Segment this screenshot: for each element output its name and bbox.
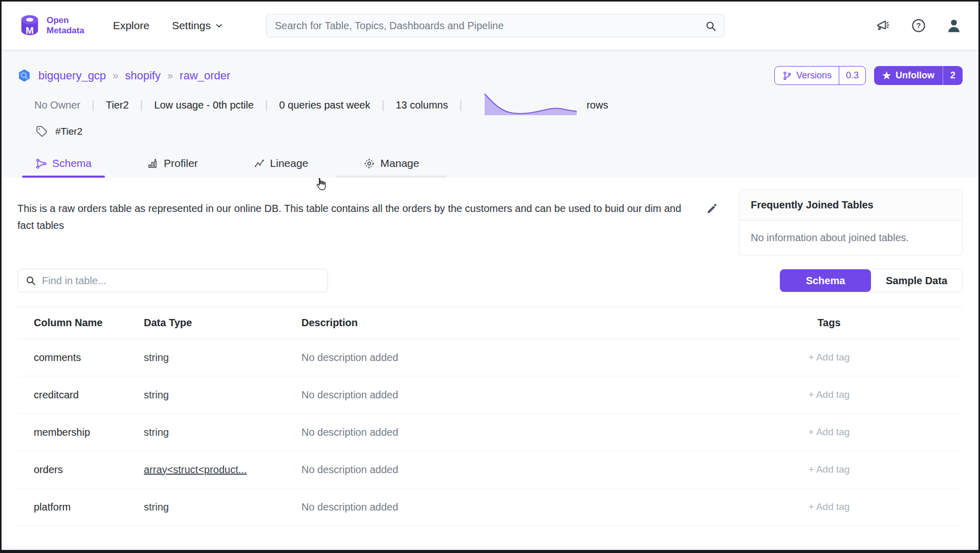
rows-label: rows [586, 99, 608, 111]
breadcrumb-database[interactable]: shopify [125, 69, 161, 82]
search-icon [25, 275, 36, 286]
search-icon[interactable] [705, 20, 717, 32]
schema-table: Column Name Data Type Description Tags c… [17, 307, 963, 539]
unfollow-label: Unfollow [896, 70, 934, 81]
entity-stats-row: No Owner| Tier2| Low usage - 0th pctile|… [34, 92, 978, 118]
table-row: comments string No description added + A… [17, 339, 963, 376]
stat-divider: | [140, 98, 143, 112]
stat-divider: | [92, 98, 95, 112]
cell-data-type: string [144, 427, 301, 438]
add-tag-button[interactable]: + Add tag [736, 427, 963, 438]
openmetadata-logo[interactable]: M Open Metadata [18, 14, 84, 37]
table-row: creditcard string No description added +… [17, 376, 963, 414]
tab-manage[interactable]: Manage [350, 154, 432, 178]
svg-text:?: ? [917, 22, 921, 30]
stat-item: 13 columns [396, 99, 448, 111]
stat-divider: | [459, 98, 462, 112]
header-data-type: Data Type [144, 317, 301, 329]
description-block: This is a raw orders table as represente… [17, 200, 744, 234]
schema-table-header: Column Name Data Type Description Tags [17, 307, 963, 339]
find-in-table [17, 269, 328, 292]
branch-icon [782, 71, 792, 81]
cell-column-name: membership [17, 427, 144, 438]
find-in-table-input[interactable] [42, 275, 320, 287]
add-tag-button[interactable]: + Add tag [736, 389, 963, 400]
cell-data-type[interactable]: array<struct<product... [144, 464, 301, 476]
announcements-icon[interactable] [876, 18, 891, 33]
cell-description: No description added [301, 464, 736, 476]
add-tag-button[interactable]: + Add tag [736, 352, 963, 363]
profiler-icon [147, 158, 159, 169]
add-tag-button[interactable]: + Add tag [736, 501, 963, 513]
top-navbar: M Open Metadata Explore Settings [2, 2, 978, 50]
breadcrumb-table[interactable]: raw_order [180, 69, 230, 82]
entity-tabs: Schema Profiler Lineage Manage [2, 154, 978, 178]
table-row: orders array<struct<product... No descri… [17, 451, 963, 488]
cell-data-type: string [144, 389, 301, 401]
frequently-joined-tables-card: Frequently Joined Tables No information … [739, 189, 963, 256]
table-row: platform string No description added + A… [17, 488, 963, 526]
schema-table-body: comments string No description added + A… [17, 339, 963, 526]
schema-panel: This is a raw orders table as represente… [2, 178, 978, 546]
manage-icon [363, 158, 375, 169]
stat-divider: | [265, 98, 268, 112]
chevron-down-icon [215, 22, 223, 30]
tab-schema[interactable]: Schema [22, 154, 105, 178]
cell-column-name: orders [17, 464, 144, 476]
svg-text:M: M [26, 25, 34, 36]
global-search [266, 14, 725, 37]
lineage-icon [253, 158, 265, 169]
followers-count: 2 [943, 66, 963, 85]
cell-description: No description added [301, 501, 736, 513]
user-avatar[interactable] [946, 17, 962, 34]
stat-item: Low usage - 0th pctile [154, 99, 254, 111]
edit-description-icon[interactable] [706, 202, 718, 216]
toggle-schema[interactable]: Schema [780, 269, 871, 292]
stat-divider: | [381, 98, 384, 112]
mouse-cursor-icon [315, 177, 329, 191]
table-row: membership string No description added +… [17, 414, 963, 451]
joined-tables-empty-message: No information about joined tables. [739, 221, 962, 255]
tag-icon [35, 125, 48, 138]
entity-tags-row: #Tier2 [35, 125, 978, 138]
table-description: This is a raw orders table as represente… [17, 200, 693, 234]
logo-wordmark: Open Metadata [47, 15, 84, 35]
cell-column-name: platform [17, 501, 144, 513]
navbar-right-icons: ? [876, 17, 962, 34]
header-column-name: Column Name [17, 317, 144, 329]
header-description: Description [301, 317, 736, 329]
stat-item: Tier2 [106, 99, 129, 111]
tier-tag[interactable]: #Tier2 [55, 126, 82, 137]
table-controls-row: Schema Sample Data [17, 269, 963, 292]
cell-description: No description added [301, 352, 736, 364]
bigquery-service-icon [17, 69, 31, 82]
help-icon[interactable]: ? [911, 18, 926, 33]
versions-label: Versions [796, 70, 832, 81]
breadcrumb-separator: » [167, 70, 173, 81]
cell-description: No description added [301, 427, 736, 438]
add-tag-button[interactable]: + Add tag [736, 464, 963, 475]
stat-item: 0 queries past week [279, 99, 371, 111]
breadcrumb-separator: » [113, 70, 118, 81]
schema-sample-toggle: Schema Sample Data [779, 269, 963, 292]
breadcrumb-row: bigquery_gcp » shopify » raw_order Versi… [2, 66, 978, 85]
unfollow-button[interactable]: ★ Unfollow 2 [874, 66, 963, 85]
schema-icon [35, 158, 47, 169]
toggle-sample-data[interactable]: Sample Data [871, 269, 962, 292]
entity-actions: Versions 0.3 ★ Unfollow 2 [774, 66, 963, 85]
joined-tables-title: Frequently Joined Tables [739, 190, 962, 221]
cell-description: No description added [301, 389, 736, 401]
nav-item-explore[interactable]: Explore [113, 19, 149, 32]
cell-data-type: string [144, 352, 301, 364]
star-icon: ★ [882, 71, 891, 80]
partial-row [17, 526, 963, 539]
versions-button[interactable]: Versions 0.3 [774, 66, 866, 85]
tab-lineage[interactable]: Lineage [240, 154, 322, 178]
cell-column-name: creditcard [17, 389, 144, 401]
nav-item-settings[interactable]: Settings [172, 19, 223, 32]
header-tags: Tags [736, 317, 963, 329]
main-menu: Explore Settings [113, 19, 223, 32]
global-search-input[interactable] [267, 20, 724, 32]
tab-profiler[interactable]: Profiler [134, 154, 211, 178]
breadcrumb-service[interactable]: bigquery_gcp [38, 69, 106, 82]
